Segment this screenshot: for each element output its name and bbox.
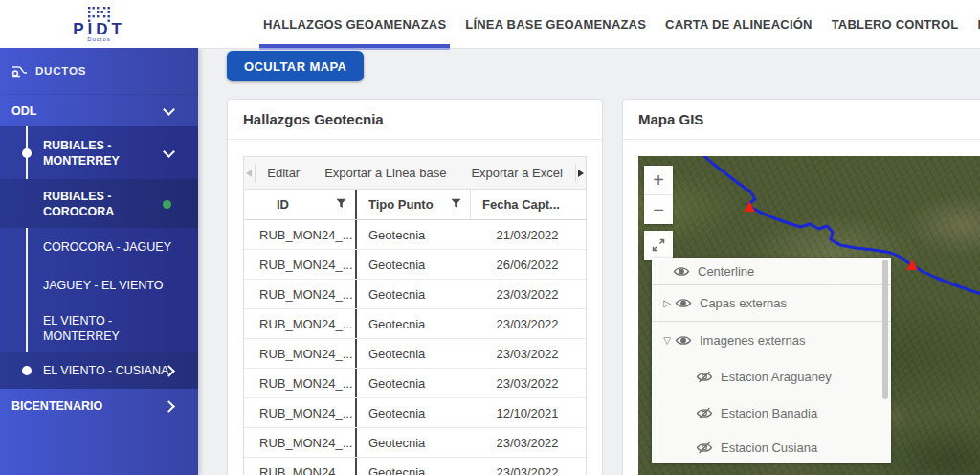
nav-tabs: HALLAZGOS GEOAMENAZASLÍNEA BASE GEOAMENA…: [254, 0, 980, 48]
cell-id: RUB_MON24_...: [244, 280, 357, 308]
layer-item-estacion-araguaney[interactable]: Estacion Araguaney: [652, 358, 891, 395]
cell-tipo: Geotecnia: [357, 309, 471, 338]
column-header-fecha-capt-[interactable]: Fecha Capt...: [471, 190, 584, 219]
cell-fecha: 23/03/2022: [471, 369, 584, 397]
toolbar-button-exportar-a-excel[interactable]: Exportar a Excel: [458, 166, 574, 180]
tab-tablero-control[interactable]: TABLERO CONTROL: [822, 0, 969, 48]
cell-tipo: Geotecnia: [357, 458, 471, 475]
sidebar-item-label: EL VIENTO - MONTERREY: [43, 313, 172, 344]
cell-tipo: Geotecnia: [357, 398, 471, 427]
layer-label: Estacion Araguaney: [721, 370, 832, 384]
top-navigation-bar: HALLAZGOS GEOAMENAZASLÍNEA BASE GEOAMENA…: [198, 0, 980, 49]
zoom-in-button[interactable]: +: [644, 166, 673, 194]
cell-id: RUB_MON24_...: [244, 339, 357, 368]
sidebar-item-el-viento-cusiana[interactable]: EL VIENTO - CUSIANA: [0, 352, 198, 389]
table-row[interactable]: RUB_MON24_...Geotecnia23/03/2022: [244, 428, 586, 458]
eye-hidden-icon[interactable]: [696, 407, 713, 419]
cell-tipo: Geotecnia: [357, 339, 471, 368]
gis-map-canvas[interactable]: + − Centerline▷ Capas externas▽ Imagenes…: [638, 156, 980, 475]
findings-grid: EditarExportar a Linea baseExportar a Ex…: [243, 156, 587, 475]
table-row[interactable]: RUB_MON24_...Geotecnia23/03/2022: [244, 458, 586, 475]
sidebar-item-el-viento-monterrey[interactable]: EL VIENTO - MONTERREY: [0, 305, 198, 352]
sidebar-item-rubiales-monterrey[interactable]: RUBIALES - MONTERREY: [0, 126, 198, 179]
cell-id: RUB_MON24_...: [244, 428, 357, 457]
cell-tipo: Geotecnia: [357, 280, 471, 308]
table-row[interactable]: RUB_MON24_...Geotecnia23/03/2022: [244, 369, 586, 398]
eye-visible-icon[interactable]: [673, 265, 690, 278]
layer-item-estacion-cusiana[interactable]: Estacion Cusiana: [652, 431, 891, 463]
toolbar-next-icon[interactable]: [575, 170, 586, 177]
grid-toolbar: EditarExportar a Linea baseExportar a Ex…: [244, 157, 586, 190]
sidebar-item-label: ODL: [11, 103, 36, 119]
toolbar-button-editar[interactable]: Editar: [255, 166, 312, 180]
zoom-control: + −: [644, 166, 673, 224]
cell-id: RUB_MON24_...: [244, 309, 357, 338]
eye-hidden-icon[interactable]: [696, 441, 713, 454]
cell-fecha: 26/06/2022: [471, 250, 584, 279]
hide-map-button[interactable]: OCULTAR MAPA: [227, 51, 364, 81]
caret-right-icon[interactable]: ▷: [659, 298, 675, 308]
table-row[interactable]: RUB_MON24_...Geotecnia23/03/2022: [244, 309, 586, 339]
layers-scrollbar-thumb[interactable]: [882, 260, 888, 399]
sidebar-item-jaguey-el-viento[interactable]: JAGUEY - EL VIENTO: [0, 266, 198, 305]
toolbar-prev-icon[interactable]: [244, 170, 255, 177]
column-header-id[interactable]: ID: [244, 190, 357, 219]
cell-tipo: Geotecnia: [357, 250, 471, 279]
layer-item-centerline[interactable]: Centerline: [652, 258, 891, 285]
column-header-label: Fecha Capt...: [482, 197, 560, 212]
layer-label: Estacion Cusiana: [721, 441, 817, 455]
sidebar-item-label: JAGUEY - EL VIENTO: [43, 278, 164, 293]
cell-tipo: Geotecnia: [357, 369, 471, 397]
layer-list-panel: Centerline▷ Capas externas▽ Imagenes ext…: [652, 258, 891, 463]
toolbar-button-exportar-a-linea-base[interactable]: Exportar a Linea base: [312, 166, 458, 180]
grid-header-row: IDTipo PuntoFecha Capt...: [244, 190, 586, 220]
sidebar-item-corocora-jaguey[interactable]: COROCORA - JAGUEY: [0, 228, 198, 266]
zoom-out-button[interactable]: −: [644, 194, 673, 224]
sidebar-item-odl[interactable]: ODL: [0, 95, 198, 126]
layer-item-imagenes-externas[interactable]: ▽ Imagenes externas: [652, 322, 891, 358]
layer-label: Imagenes externas: [700, 333, 806, 348]
tab-m-dulos[interactable]: MÓDULOS: [968, 0, 980, 48]
logo-subtitle: Ductos: [87, 36, 111, 43]
table-row[interactable]: RUB_MON24_...Geotecnia26/06/2022: [244, 250, 586, 280]
eye-hidden-icon[interactable]: [696, 371, 713, 383]
cell-id: RUB_MON24_...: [244, 458, 357, 475]
cell-tipo: Geotecnia: [357, 220, 471, 249]
eye-visible-icon[interactable]: [675, 297, 692, 309]
cell-fecha: 12/10/2021: [471, 398, 584, 427]
tab-carta-de-alineaci-n[interactable]: CARTA DE ALINEACIÓN: [656, 0, 822, 48]
route-marker-icon: [744, 201, 755, 212]
filter-icon[interactable]: [336, 197, 346, 212]
cell-fecha: 21/03/2022: [471, 220, 584, 249]
fullscreen-button[interactable]: [644, 231, 673, 260]
status-dot: [163, 200, 171, 209]
filter-icon[interactable]: [451, 197, 461, 212]
expand-icon: [651, 238, 666, 253]
chevron-right-icon: [163, 400, 175, 413]
table-row[interactable]: RUB_MON24_...Geotecnia23/03/2022: [244, 280, 586, 309]
table-row[interactable]: RUB_MON24_...Geotecnia12/10/2021: [244, 398, 586, 428]
sidebar: DUCTOS ODL RUBIALES - MONTERREYRUBIALES …: [0, 48, 198, 475]
tree-node-dot: [22, 366, 32, 375]
caret-down-icon[interactable]: ▽: [659, 335, 675, 346]
cell-id: RUB_MON24_...: [244, 250, 357, 279]
eye-visible-icon[interactable]: [675, 334, 692, 347]
column-header-label: ID: [277, 197, 289, 212]
table-row[interactable]: RUB_MON24_...Geotecnia23/03/2022: [244, 339, 586, 369]
app-logo: PIDT Ductos: [0, 0, 198, 48]
cell-fecha: 23/03/2022: [471, 428, 584, 457]
column-header-tipo-punto[interactable]: Tipo Punto: [357, 190, 471, 219]
table-row[interactable]: RUB_MON24_...Geotecnia21/03/2022: [244, 220, 586, 250]
cell-fecha: 23/03/2022: [471, 339, 584, 368]
sidebar-item-label: BICENTENARIO: [11, 398, 102, 414]
layer-item-capas-externas[interactable]: ▷ Capas externas: [652, 285, 891, 322]
sidebar-item-bicentenario[interactable]: BICENTENARIO: [0, 389, 198, 423]
layer-item-estacion-banadia[interactable]: Estacion Banadia: [652, 395, 891, 431]
cell-tipo: Geotecnia: [357, 428, 471, 457]
tab-l-nea-base-geoamenazas[interactable]: LÍNEA BASE GEOAMENAZAS: [456, 0, 656, 48]
tab-hallazgos-geoamenazas[interactable]: HALLAZGOS GEOAMENAZAS: [254, 0, 456, 48]
map-panel: Mapa GIS + −: [622, 99, 980, 475]
layer-label: Estacion Banadia: [721, 406, 817, 420]
sidebar-item-rubiales-corocora[interactable]: RUBIALES - COROCORA: [0, 179, 198, 228]
layer-label: Centerline: [698, 264, 754, 279]
